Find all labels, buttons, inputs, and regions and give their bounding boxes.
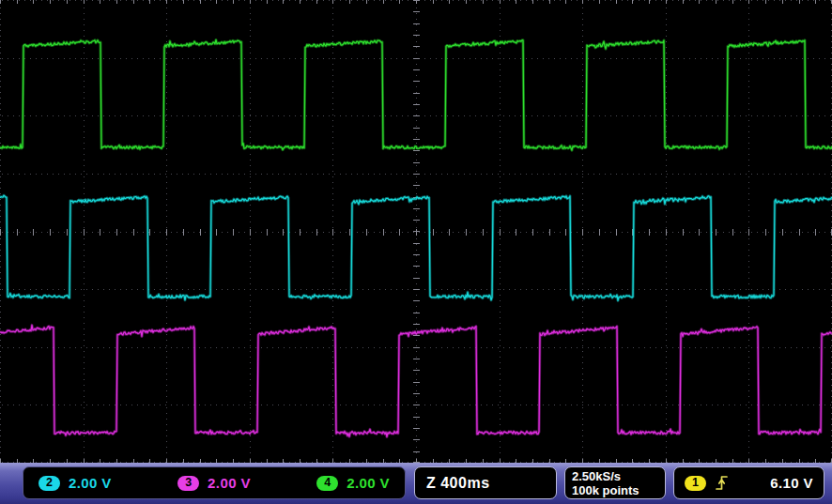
channel-3-scale: 2.00 V <box>208 475 251 491</box>
channel-2-badge: 2 <box>39 476 60 491</box>
trigger-channel-badge: 1 <box>685 476 706 491</box>
channel-4-readout[interactable]: 4 2.00 V <box>316 475 390 491</box>
zoom-timebase[interactable]: Z 400ms <box>414 466 557 499</box>
channel-2-readout[interactable]: 2 2.00 V <box>39 475 112 491</box>
channel-3-readout[interactable]: 3 2.00 V <box>177 475 251 491</box>
status-bar: 2 2.00 V 3 2.00 V 4 2.00 V Z 400ms 2.50k… <box>0 463 832 504</box>
waveform-display <box>0 0 832 463</box>
rising-edge-trigger-icon <box>716 474 728 492</box>
trigger-level: 6.10 V <box>770 475 813 491</box>
sample-rate: 2.50kS/s <box>572 469 621 483</box>
channel-3-badge: 3 <box>177 476 199 491</box>
record-length: 100k points <box>572 483 639 497</box>
channel-readouts: 2 2.00 V 3 2.00 V 4 2.00 V <box>23 466 406 499</box>
trigger-readout[interactable]: 1 6.10 V <box>673 466 824 499</box>
channel-4-scale: 2.00 V <box>347 475 390 491</box>
channel-2-scale: 2.00 V <box>69 475 112 491</box>
oscilloscope-screen: 2 2.00 V 3 2.00 V 4 2.00 V Z 400ms 2.50k… <box>0 0 832 504</box>
zoom-timebase-label: Z 400ms <box>426 475 490 492</box>
channel-4-badge: 4 <box>316 476 338 491</box>
acquisition-info[interactable]: 2.50kS/s 100k points <box>564 466 666 499</box>
